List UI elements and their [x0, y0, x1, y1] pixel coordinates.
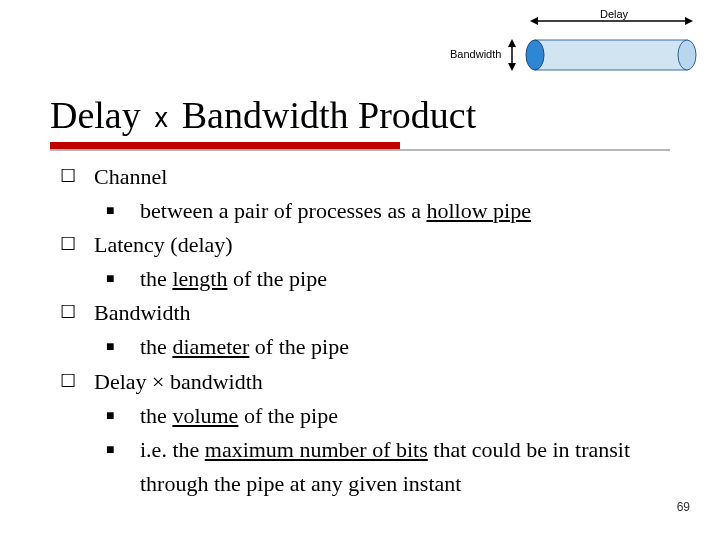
text-underline: volume [172, 403, 238, 428]
title-underline [50, 142, 670, 152]
bullet-label: Latency (delay) [94, 228, 670, 262]
page-number: 69 [677, 500, 690, 514]
filled-square-icon: ■ [106, 330, 140, 358]
filled-square-icon: ■ [106, 194, 140, 222]
text-post: of the pipe [249, 334, 349, 359]
bullet-label: Delay × bandwidth [94, 365, 670, 399]
filled-square-icon: ■ [106, 433, 140, 461]
filled-square-icon: ■ [106, 399, 140, 427]
svg-point-5 [526, 40, 544, 70]
bullet-label: Bandwidth [94, 296, 670, 330]
hollow-square-icon: ☐ [60, 160, 94, 191]
subbullet: ■ i.e. the maximum number of bits that c… [60, 433, 670, 501]
text-pre: between a pair of processes as a [140, 198, 426, 223]
text-underline: hollow pipe [426, 198, 531, 223]
text-post: of the pipe [238, 403, 338, 428]
subbullet: ■ the diameter of the pipe [60, 330, 670, 364]
text-post: of the pipe [227, 266, 327, 291]
hollow-square-icon: ☐ [60, 296, 94, 327]
subbullet: ■ between a pair of processes as a hollo… [60, 194, 670, 228]
subbullet-text: the diameter of the pipe [140, 330, 670, 364]
pipe-svg [400, 8, 700, 78]
title-right: Bandwidth Product [182, 94, 476, 136]
text-pre: i.e. the [140, 437, 205, 462]
slide-content: ☐ Channel ■ between a pair of processes … [60, 160, 670, 501]
bandwidth-label: Bandwidth [450, 48, 501, 60]
text-underline: diameter [172, 334, 249, 359]
svg-marker-2 [685, 17, 693, 25]
text-pre: the [140, 266, 172, 291]
svg-marker-8 [508, 63, 516, 71]
subbullet-text: the length of the pipe [140, 262, 670, 296]
hollow-square-icon: ☐ [60, 365, 94, 396]
svg-marker-7 [508, 39, 516, 47]
filled-square-icon: ■ [106, 262, 140, 290]
slide-title: Delay ⅹ Bandwidth Product [50, 93, 476, 137]
subbullet-text: the volume of the pipe [140, 399, 670, 433]
text-pre: the [140, 403, 172, 428]
text-pre: the [140, 334, 172, 359]
title-mult: ⅹ [150, 102, 172, 134]
bullet-bandwidth: ☐ Bandwidth [60, 296, 670, 330]
subbullet: ■ the volume of the pipe [60, 399, 670, 433]
bullet-delay-bandwidth: ☐ Delay × bandwidth [60, 365, 670, 399]
subbullet-text: i.e. the maximum number of bits that cou… [140, 433, 670, 501]
svg-marker-1 [530, 17, 538, 25]
subbullet: ■ the length of the pipe [60, 262, 670, 296]
text-underline: length [172, 266, 227, 291]
bullet-channel: ☐ Channel [60, 160, 670, 194]
bullet-latency: ☐ Latency (delay) [60, 228, 670, 262]
hollow-square-icon: ☐ [60, 228, 94, 259]
pipe-diagram: Delay Bandwidth [400, 8, 700, 78]
subbullet-text: between a pair of processes as a hollow … [140, 194, 670, 228]
svg-rect-3 [535, 40, 687, 70]
svg-point-4 [678, 40, 696, 70]
title-left: Delay [50, 94, 141, 136]
delay-label: Delay [600, 8, 628, 20]
bullet-label: Channel [94, 160, 670, 194]
text-underline: maximum number of bits [205, 437, 428, 462]
